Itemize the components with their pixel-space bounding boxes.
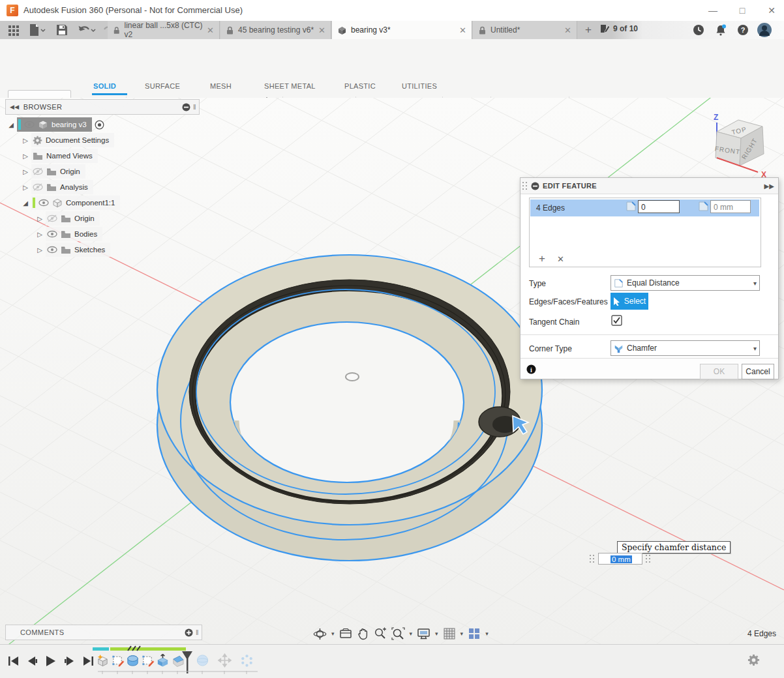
chamfer-distance-field[interactable]: 0	[638, 200, 680, 213]
cancel-button[interactable]: Cancel	[742, 364, 774, 379]
app-grid-menu-icon[interactable]	[8, 23, 20, 37]
visibility-eye-icon[interactable]	[47, 230, 57, 238]
expand-triangle-icon[interactable]: ▷	[35, 246, 44, 254]
browser-item-origin[interactable]: ▷Origin	[21, 164, 85, 179]
chamfer-distance-input[interactable]: 0 mm	[598, 553, 642, 565]
origin-marker[interactable]	[346, 373, 359, 381]
user-avatar[interactable]	[757, 22, 772, 38]
dialog-header[interactable]: EDIT FEATURE ▶▶	[520, 178, 778, 194]
play-button[interactable]	[43, 654, 57, 668]
browser-item-document-settings[interactable]: ▷Document Settings	[21, 133, 114, 147]
timeline-sketch-icon[interactable]	[141, 653, 155, 668]
comments-expand-icon[interactable]	[185, 628, 193, 637]
zoom-icon[interactable]	[374, 627, 387, 640]
visibility-eye-icon[interactable]	[38, 199, 49, 207]
job-status[interactable]: 9 of 10	[600, 23, 638, 34]
timeline-move-icon-disabled[interactable]	[218, 653, 232, 668]
help-icon[interactable]: ?	[737, 24, 749, 36]
comments-panel-header[interactable]: COMMENTS ‖	[5, 625, 202, 640]
comments-resize-handle[interactable]: ‖	[196, 628, 199, 636]
expand-triangle-icon[interactable]: ▷	[35, 231, 44, 238]
timeline-settings-gear-icon[interactable]	[747, 654, 760, 666]
close-tab-icon[interactable]: ✕	[207, 25, 214, 35]
document-tab[interactable]: 45 bearing testing v6*✕	[220, 21, 331, 39]
type-dropdown[interactable]: Equal Distance ▾	[611, 275, 760, 291]
go-to-start-button[interactable]	[7, 654, 21, 668]
ribbon-tab-sheet-metal[interactable]: SHEET METAL	[264, 82, 316, 93]
dialog-drag-handle-icon[interactable]	[522, 182, 528, 190]
close-tab-icon[interactable]: ✕	[318, 25, 325, 35]
dialog-pin-icon[interactable]: ▶▶	[764, 183, 774, 190]
expand-triangle-icon[interactable]: ▷	[21, 168, 30, 175]
expand-triangle-icon[interactable]: ▷	[21, 137, 30, 144]
expand-triangle-icon[interactable]: ▷	[21, 184, 30, 191]
timeline-sphere-icon-disabled[interactable]	[196, 653, 209, 668]
close-button[interactable]: ✕	[762, 4, 781, 17]
minimize-button[interactable]: —	[703, 4, 723, 17]
activate-component-radio[interactable]	[95, 120, 104, 130]
undo-icon[interactable]	[77, 23, 97, 37]
file-menu-icon[interactable]	[29, 23, 46, 37]
viewports-button[interactable]	[468, 627, 481, 640]
display-settings-dropdown-caret[interactable]: ▾	[435, 630, 438, 637]
collapse-triangle-icon[interactable]: ◢	[7, 121, 16, 128]
visibility-eye-icon[interactable]	[47, 246, 57, 254]
ribbon-tab-solid[interactable]: SOLID	[93, 82, 116, 93]
browser-item-bodies[interactable]: ▷Bodies	[35, 227, 102, 241]
remove-edge-set-button[interactable]: ✕	[557, 254, 564, 264]
orbit-button[interactable]	[313, 627, 327, 641]
ribbon-tab-surface[interactable]: SURFACE	[145, 82, 180, 93]
drag-handle-icon[interactable]	[590, 555, 595, 563]
ok-button[interactable]: OK	[700, 364, 738, 379]
go-to-end-button[interactable]	[81, 654, 95, 668]
timeline-pattern-icon-disabled[interactable]	[240, 653, 254, 668]
document-tab[interactable]: Untitled*✕	[473, 21, 577, 39]
fit-button[interactable]	[391, 627, 405, 640]
step-forward-button[interactable]	[63, 654, 77, 668]
layout-grid-button[interactable]	[443, 627, 456, 640]
corner-type-dropdown[interactable]: Chamfer ▾	[611, 340, 760, 356]
display-settings-icon[interactable]	[417, 628, 430, 640]
expand-triangle-icon[interactable]: ▷	[21, 153, 30, 160]
dialog-collapse-icon[interactable]	[531, 182, 539, 190]
collapse-triangle-icon[interactable]: ◢	[21, 199, 30, 207]
new-tab-button[interactable]: +	[580, 23, 596, 37]
visibility-off-eye-icon[interactable]	[33, 183, 43, 191]
browser-item-component1-1[interactable]: ◢Component1:1	[21, 196, 120, 210]
grid-display-icon[interactable]	[443, 627, 456, 640]
timeline-revolve-icon[interactable]	[126, 653, 140, 668]
orbit-icon[interactable]	[313, 627, 327, 641]
visibility-off-eye-icon[interactable]	[47, 214, 57, 222]
timeline-sketch-icon[interactable]	[111, 653, 125, 668]
add-edge-set-button[interactable]: +	[539, 252, 545, 265]
ribbon-tab-mesh[interactable]: MESH	[210, 82, 232, 93]
visibility-eye-icon[interactable]	[24, 121, 35, 128]
pan-button[interactable]	[357, 627, 369, 640]
browser-item-named-views[interactable]: ▷Named Views	[21, 149, 98, 163]
ribbon-tab-plastic[interactable]: PLASTIC	[344, 82, 376, 93]
browser-item-analysis[interactable]: ▷Analysis	[21, 180, 93, 194]
bearing-model[interactable]	[157, 255, 542, 561]
expand-triangle-icon[interactable]: ▷	[35, 215, 44, 222]
browser-resize-handle[interactable]: ‖	[193, 103, 196, 111]
browser-minimize-icon[interactable]	[182, 103, 190, 111]
look-at-button[interactable]	[339, 628, 352, 640]
browser-panel-header[interactable]: ◀◀ BROWSER ‖	[5, 99, 200, 115]
visibility-off-eye-icon[interactable]	[33, 168, 43, 175]
browser-item-bearing-v3[interactable]: ◢bearing v3	[7, 117, 104, 132]
browser-item-sketches[interactable]: ▷Sketches	[35, 243, 110, 257]
fit-dropdown-caret[interactable]: ▾	[410, 630, 413, 637]
step-back-button[interactable]	[25, 654, 39, 668]
tangent-chain-checkbox[interactable]	[611, 315, 622, 326]
history-clock-icon[interactable]	[693, 24, 704, 36]
browser-collapse-icon[interactable]: ◀◀	[10, 104, 20, 110]
timeline-component-icon[interactable]	[96, 653, 110, 668]
close-tab-icon[interactable]: ✕	[564, 25, 571, 35]
fit-view-icon[interactable]	[391, 627, 405, 640]
look-at-icon[interactable]	[339, 628, 352, 640]
notifications-bell-icon[interactable]	[715, 24, 727, 36]
more-options-icon[interactable]	[646, 555, 651, 563]
chamfer-distance-field-2[interactable]: 0 mm	[710, 200, 751, 213]
orbit-dropdown-caret[interactable]: ▾	[331, 630, 335, 637]
pan-hand-icon[interactable]	[357, 627, 369, 640]
